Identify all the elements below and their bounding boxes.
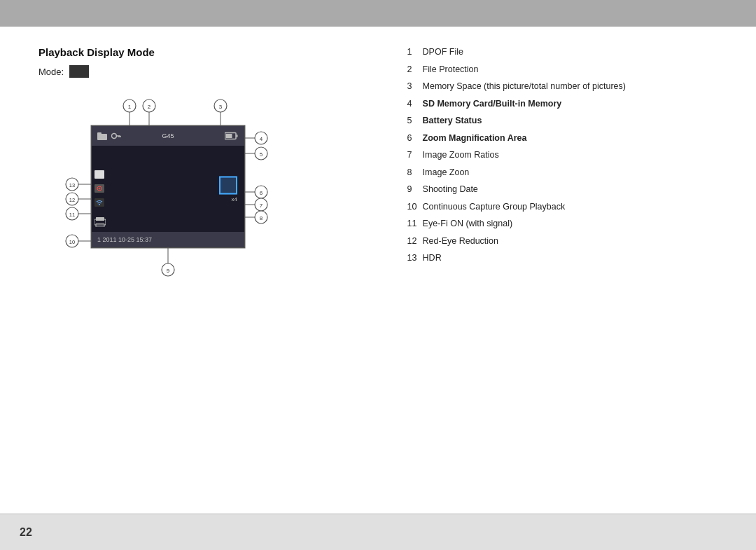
svg-point-13 <box>255 147 267 160</box>
list-item: 2File Protection <box>407 64 728 76</box>
right-column: 1DPOF File2File Protection3Memory Space … <box>393 27 756 514</box>
svg-text:9: 9 <box>167 268 170 274</box>
list-item-label: Memory Space (this picture/total number … <box>423 81 728 93</box>
list-item-number: 13 <box>407 252 423 265</box>
svg-point-54 <box>99 188 100 189</box>
svg-text:4: 4 <box>260 136 263 142</box>
list-item-number: 3 <box>407 81 423 93</box>
list-item-number: 1 <box>407 46 423 59</box>
zoom-ratio-label: x4 <box>219 195 237 202</box>
svg-point-31 <box>66 207 78 220</box>
main-content: Playback Display Mode Mode: 1 2 3 <box>0 27 756 514</box>
bottom-bar: 22 <box>0 514 756 550</box>
list-item-number: 7 <box>407 149 423 162</box>
list-item-label: DPOF File <box>423 46 728 59</box>
list-item-label: Red-Eye Reduction <box>423 235 728 248</box>
list-item: 12Red-Eye Reduction <box>407 235 728 248</box>
svg-text:11: 11 <box>69 212 75 218</box>
mode-row: Mode: <box>38 65 379 78</box>
list-item: 7Image Zoom Ratios <box>407 149 728 162</box>
top-bar <box>0 0 756 27</box>
list-item-number: 5 <box>407 115 423 128</box>
list-item-number: 6 <box>407 132 423 145</box>
svg-point-37 <box>66 178 78 191</box>
camera-screen: G45 <box>91 125 245 248</box>
svg-point-19 <box>255 198 267 211</box>
screen-center: x4 <box>92 146 244 232</box>
list-item: 9Shooting Date <box>407 184 728 196</box>
list-item: 10Continuous Capture Group Playback <box>407 201 728 214</box>
svg-point-7 <box>214 99 227 112</box>
section-title: Playback Display Mode <box>38 46 379 58</box>
svg-text:2: 2 <box>148 104 151 110</box>
list-item: 1DPOF File <box>407 46 728 59</box>
svg-point-1 <box>123 99 136 112</box>
screen-bottom-text: 1 2011 10-25 15:37 <box>97 236 152 243</box>
svg-text:3: 3 <box>219 104 223 110</box>
list-item-number: 10 <box>407 201 423 214</box>
list-item-number: 12 <box>407 235 423 248</box>
zoom-box <box>219 176 237 194</box>
list-item: 4SD Memory Card/Built-in Memory <box>407 98 728 111</box>
screen-icons-left <box>97 132 121 140</box>
svg-text:8: 8 <box>260 215 263 221</box>
svg-text:5: 5 <box>260 151 263 158</box>
list-item-number: 9 <box>407 184 423 196</box>
list-item: 11Eye-Fi ON (with signal) <box>407 218 728 231</box>
battery-status-icon <box>225 132 239 140</box>
list-item-label: SD Memory Card/Built-in Memory <box>423 98 728 111</box>
mode-box <box>69 65 89 78</box>
list-item-label: Image Zoom Ratios <box>423 149 728 162</box>
folder-icon <box>97 132 107 140</box>
list-item-number: 11 <box>407 218 423 231</box>
screen-left-icons <box>94 170 104 207</box>
svg-point-4 <box>143 99 155 112</box>
svg-point-34 <box>66 193 78 205</box>
svg-text:12: 12 <box>69 197 75 203</box>
list-item: 5Battery Status <box>407 115 728 128</box>
svg-rect-41 <box>97 132 102 135</box>
list-item-label: Zoom Magnification Area <box>423 132 728 145</box>
svg-rect-47 <box>225 134 232 138</box>
svg-point-28 <box>66 235 78 247</box>
svg-text:6: 6 <box>260 190 263 196</box>
svg-rect-48 <box>236 135 237 137</box>
list-item-number: 4 <box>407 98 423 111</box>
svg-text:13: 13 <box>69 182 75 188</box>
numbered-list: 1DPOF File2File Protection3Memory Space … <box>407 46 728 265</box>
screen-bottom-bar: 1 2011 10-25 15:37 <box>92 232 244 247</box>
svg-rect-57 <box>96 217 104 221</box>
page-number: 22 <box>20 526 32 539</box>
list-item-label: Image Zoon <box>423 167 728 179</box>
list-item-label: Battery Status <box>423 115 728 128</box>
list-item-label: Continuous Capture Group Playback <box>423 201 728 214</box>
key-icon <box>111 132 121 139</box>
svg-text:10: 10 <box>69 239 75 245</box>
list-item: 8Image Zoon <box>407 167 728 179</box>
left-column: Playback Display Mode Mode: 1 2 3 <box>0 27 393 514</box>
print-icon <box>94 217 106 229</box>
red-eye-icon <box>94 184 104 193</box>
svg-text:1: 1 <box>128 104 132 110</box>
screen-top-bar: G45 <box>92 126 244 146</box>
svg-text:7: 7 <box>260 202 263 209</box>
list-item: 6Zoom Magnification Area <box>407 132 728 145</box>
wifi-icon <box>94 198 104 207</box>
zoom-area: x4 <box>219 176 237 202</box>
list-item-label: File Protection <box>423 64 728 76</box>
screen-counter: G45 <box>162 132 174 139</box>
list-item-label: Shooting Date <box>423 184 728 196</box>
svg-point-55 <box>99 204 100 205</box>
list-item: 3Memory Space (this picture/total number… <box>407 81 728 93</box>
list-item: 13HDR <box>407 252 728 265</box>
list-item-label: Eye-Fi ON (with signal) <box>423 218 728 231</box>
svg-point-42 <box>112 134 117 139</box>
svg-point-25 <box>162 263 174 276</box>
list-item-number: 8 <box>407 167 423 179</box>
svg-point-16 <box>255 186 267 198</box>
mode-label: Mode: <box>38 67 64 77</box>
diagram-container: 1 2 3 4 5 6 <box>59 90 290 308</box>
list-item-label: HDR <box>423 252 728 265</box>
list-item-number: 2 <box>407 64 423 76</box>
svg-point-22 <box>255 211 267 224</box>
